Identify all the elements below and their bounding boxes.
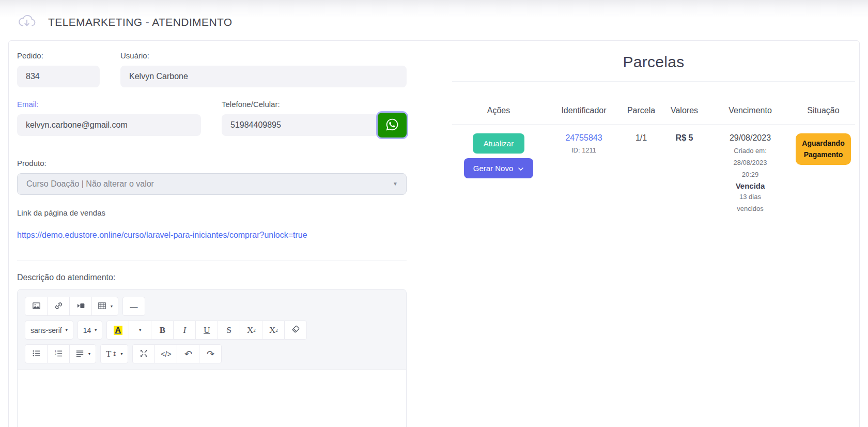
link-vendas-url[interactable]: https://demo.edustore.online/curso/larav… [17, 231, 307, 240]
situacao-cell: Aguardando Pagamento [792, 133, 855, 165]
image-icon [32, 301, 41, 312]
font-size-dropdown[interactable]: 14 ▾ [78, 321, 103, 340]
chevron-down-icon: ▾ [120, 352, 122, 356]
font-size-value: 14 [83, 326, 91, 334]
produto-selected-value: Curso Doação | Não alterar o valor [26, 179, 154, 189]
unordered-list-button[interactable] [25, 344, 48, 363]
subscript-sub: 2 [275, 328, 278, 333]
paragraph-align-dropdown[interactable]: ▾ [69, 344, 96, 363]
page-title: TELEMARKETING - ATENDIMENTO [48, 16, 233, 28]
id-label: ID: 1211 [545, 146, 623, 154]
insert-video-button[interactable] [69, 297, 92, 316]
font-color-dropdown[interactable]: ▾ [129, 321, 151, 340]
list-ul-icon [32, 348, 41, 360]
whatsapp-icon [385, 118, 399, 133]
link-vendas-label: Link da página de vendas [17, 208, 407, 217]
fullscreen-icon [139, 348, 149, 360]
email-input[interactable] [17, 114, 201, 136]
vencida-status: Vencida [709, 181, 792, 190]
col-situacao: Situação [792, 106, 855, 115]
pedido-label: Pedido: [17, 51, 100, 60]
updown-arrow-icon: ↕ [112, 350, 117, 358]
criado-em-hora: 20:29 [709, 169, 792, 181]
main-card: Pedido: Usuário: Email: Telefone/Celular… [8, 40, 860, 427]
col-identificador: Identificador [545, 106, 623, 115]
parcelas-table: Ações Identificador Parcela Valores Venc… [452, 82, 855, 215]
insert-hr-button[interactable]: — [122, 297, 145, 316]
subscript-base: X [269, 325, 275, 335]
code-view-button[interactable]: </> [154, 344, 177, 363]
produto-label: Produto: [17, 159, 407, 167]
undo-button[interactable]: ↶ [177, 344, 199, 363]
align-icon [75, 348, 85, 360]
redo-icon: ↷ [207, 348, 214, 359]
chevron-down-icon: ▼ [393, 181, 398, 187]
table-icon [97, 301, 107, 312]
video-icon [76, 301, 86, 312]
status-badge-l2: Pagamento [804, 150, 843, 159]
status-badge-l1: Aguardando [802, 139, 844, 147]
line-height-dropdown[interactable]: T↕ ▾ [100, 344, 128, 363]
parcela-cell: 1/1 [623, 133, 660, 143]
vencimento-cell: 29/08/2023 Criado em: 28/08/2023 20:29 V… [709, 133, 792, 215]
identificador-link[interactable]: 24755843 [565, 133, 602, 142]
chevron-down-icon: ▾ [139, 328, 141, 332]
vencimento-data: 29/08/2023 [709, 133, 792, 143]
fullscreen-button[interactable] [132, 344, 155, 363]
parcelas-panel: Parcelas Ações Identificador Parcela Val… [415, 41, 859, 427]
col-acoes: Ações [452, 106, 545, 115]
bold-button[interactable]: B [151, 321, 174, 340]
svg-text:2: 2 [55, 352, 56, 355]
parcelas-table-header: Ações Identificador Parcela Valores Venc… [452, 82, 855, 125]
chevron-down-icon: ▾ [88, 352, 90, 356]
eraser-icon [291, 325, 301, 336]
identificador-cell: 24755843 ID: 1211 [545, 133, 623, 154]
telefone-label: Telefone/Celular: [222, 100, 407, 109]
editor-toolbar: ▾ — sans-serif ▾ [18, 289, 406, 363]
criado-em-data: 28/08/2023 [709, 157, 792, 169]
list-ol-icon: 12 [54, 348, 64, 360]
superscript-button[interactable]: X2 [240, 321, 262, 340]
atendimento-form: Pedido: Usuário: Email: Telefone/Celular… [9, 41, 415, 427]
chevron-down-icon: ▾ [111, 304, 113, 309]
insert-table-button[interactable]: ▾ [91, 297, 118, 316]
insert-image-button[interactable] [25, 297, 48, 316]
atualizar-button[interactable]: Atualizar [473, 133, 524, 154]
italic-button[interactable]: I [173, 321, 196, 340]
parcelas-title: Parcelas [452, 53, 855, 71]
font-color-button[interactable]: A [106, 321, 129, 340]
col-valores: Valores [660, 106, 709, 115]
status-badge: Aguardando Pagamento [796, 133, 850, 165]
line-height-icon: T [106, 349, 111, 359]
font-family-value: sans-serif [30, 326, 62, 334]
email-label[interactable]: Email: [17, 100, 201, 109]
superscript-base: X [247, 325, 253, 335]
underline-button[interactable]: U [195, 321, 218, 340]
redo-button[interactable]: ↷ [199, 344, 222, 363]
produto-select[interactable]: Curso Doação | Não alterar o valor ▼ [17, 173, 407, 195]
col-vencimento: Vencimento [709, 106, 792, 115]
gerar-novo-button[interactable]: Gerar Novo [464, 158, 534, 178]
col-parcela: Parcela [623, 106, 660, 115]
ordered-list-button[interactable]: 12 [47, 344, 70, 363]
undo-icon: ↶ [184, 348, 192, 359]
usuario-input[interactable] [120, 66, 407, 87]
chevron-down-icon: ▾ [66, 328, 68, 332]
subscript-button[interactable]: X2 [262, 321, 285, 340]
color-icon: A [114, 326, 123, 335]
gerar-novo-label: Gerar Novo [473, 164, 514, 173]
criado-em: Criado em: 28/08/2023 20:29 [709, 145, 792, 180]
pedido-input[interactable] [17, 66, 100, 87]
dias-vencidos-l1: 13 dias [709, 191, 792, 203]
strikethrough-button[interactable]: S [218, 321, 240, 340]
insert-link-button[interactable] [47, 297, 70, 316]
cloud-download-icon [17, 12, 37, 32]
link-icon [54, 301, 64, 312]
font-family-dropdown[interactable]: sans-serif ▾ [25, 321, 73, 340]
editor-text-area[interactable] [18, 369, 406, 427]
clear-format-button[interactable] [284, 321, 307, 340]
chevron-down-icon [518, 164, 524, 173]
page-header: TELEMARKETING - ATENDIMENTO [0, 0, 868, 40]
whatsapp-button[interactable] [378, 113, 407, 138]
section-divider [17, 261, 407, 261]
